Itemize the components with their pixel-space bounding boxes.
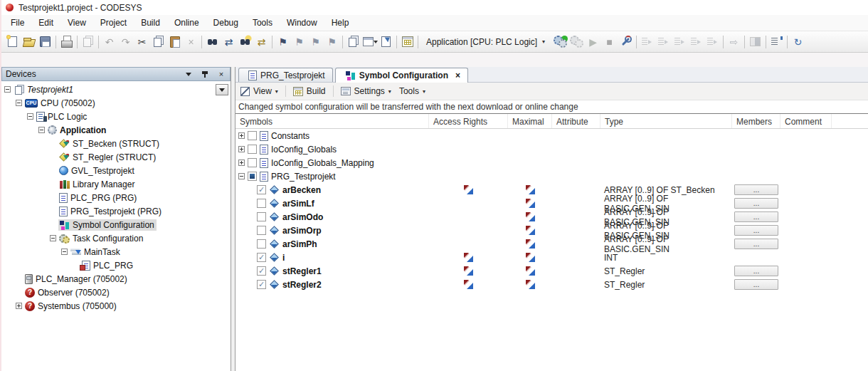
panel-close-button[interactable]: × <box>216 69 226 79</box>
members-button[interactable]: ... <box>734 211 778 222</box>
tree-item-observer-705002-[interactable]: ?Observer (705002) <box>1 286 231 299</box>
tree-item-maintask[interactable]: MainTask <box>1 245 231 258</box>
tree-item-plc-logic[interactable]: PLC Logic <box>1 110 231 123</box>
tree-expander[interactable] <box>61 249 68 255</box>
previous-bookmark-icon[interactable]: ⚑ <box>291 33 307 50</box>
build-icon[interactable] <box>399 33 416 50</box>
copy-object-icon[interactable] <box>80 33 96 50</box>
menu-file[interactable]: File <box>4 16 31 30</box>
members-button[interactable]: ... <box>734 184 778 195</box>
symbol-checkbox[interactable]: ✓ <box>257 185 266 194</box>
symbol-checkbox[interactable] <box>248 131 257 140</box>
tree-item-gvl-testprojekt[interactable]: GVL_Testprojekt <box>1 164 231 177</box>
clear-bookmarks-icon[interactable]: ⚑ <box>324 33 340 50</box>
column-header-members[interactable]: Members <box>732 114 780 128</box>
replace-in-project-icon[interactable]: ⇄ <box>253 33 270 50</box>
column-header-type[interactable]: Type <box>600 114 732 128</box>
new-file-icon[interactable] <box>4 33 21 50</box>
login-icon[interactable] <box>552 33 568 50</box>
set-next-statement-icon[interactable] <box>704 33 721 50</box>
menu-online[interactable]: Online <box>167 16 206 30</box>
symbol-checkbox[interactable] <box>248 158 257 167</box>
tree-item-plc-prg[interactable]: PLC_PRG <box>1 258 231 272</box>
step-into-icon[interactable] <box>655 33 672 50</box>
symbol-checkbox[interactable] <box>248 145 257 154</box>
column-header-symbols[interactable]: Symbols <box>235 114 429 128</box>
tree-item-systembus-705000-[interactable]: ?Systembus (705000) <box>1 299 231 313</box>
symbol-checkbox[interactable] <box>257 212 266 221</box>
find-icon[interactable] <box>204 33 221 50</box>
tree-item-symbol-configuration[interactable]: Symbol Configuration <box>1 218 231 231</box>
panel-splitter[interactable] <box>231 67 235 371</box>
build-button[interactable]: Build <box>307 86 326 96</box>
symbol-checkbox[interactable] <box>257 199 266 208</box>
panel-pin-button[interactable] <box>200 69 210 79</box>
tab-symbol-configuration[interactable]: Symbol Configuration× <box>335 68 468 83</box>
tree-expander[interactable] <box>4 86 11 93</box>
tree-expander[interactable] <box>16 100 22 106</box>
tree-item-plc-prg-prg-[interactable]: PLC_PRG (PRG) <box>1 191 231 204</box>
cut-icon[interactable]: ✂ <box>134 33 150 50</box>
flow-control-icon[interactable] <box>747 33 763 50</box>
row-expander[interactable] <box>238 146 245 152</box>
menu-window[interactable]: Window <box>280 16 324 30</box>
single-cycle-icon[interactable] <box>768 33 785 50</box>
column-header-maximal[interactable]: Maximal <box>508 114 552 128</box>
menu-view[interactable]: View <box>60 16 93 30</box>
tab-prg-testprojekt[interactable]: PRG_Testprojekt <box>238 68 333 82</box>
members-button[interactable]: ... <box>734 279 778 290</box>
tree-expander[interactable] <box>16 303 22 309</box>
symbol-checkbox[interactable]: ✓ <box>257 253 266 262</box>
members-button[interactable]: ... <box>734 239 778 249</box>
tree-item-plc-manager-705002-[interactable]: PLC_Manager (705002) <box>1 272 231 286</box>
row-expander[interactable] <box>238 132 245 139</box>
members-button[interactable]: ... <box>734 266 778 276</box>
breakpoints-icon[interactable] <box>618 33 634 50</box>
step-out-icon[interactable] <box>672 33 688 50</box>
logout-icon[interactable] <box>568 33 585 50</box>
show-next-statement-icon[interactable]: ⇨ <box>726 33 742 50</box>
new-object-icon[interactable] <box>378 33 394 50</box>
toggle-bookmark-icon[interactable]: ⚑ <box>275 33 291 50</box>
tree-item-application[interactable]: Application <box>1 123 231 137</box>
tree-expander[interactable] <box>38 127 45 133</box>
tree-item-task-configuration[interactable]: Task Configuration <box>1 231 231 245</box>
replace-icon[interactable]: ⇄ <box>221 33 237 50</box>
members-button[interactable]: ... <box>734 198 778 209</box>
row-expander[interactable] <box>238 160 245 166</box>
menu-project[interactable]: Project <box>93 16 134 30</box>
column-header-comment[interactable]: Comment <box>780 114 832 128</box>
next-bookmark-icon[interactable]: ⚑ <box>307 33 324 50</box>
symbol-checkbox[interactable] <box>257 226 266 235</box>
refresh-icon[interactable]: ↻ <box>790 33 806 50</box>
settings-menu-button[interactable]: Settings <box>354 86 385 96</box>
redo-icon[interactable]: ↷ <box>117 33 134 50</box>
menu-help[interactable]: Help <box>324 16 356 30</box>
tree-item-st-becken-struct-[interactable]: ST_Becken (STRUCT) <box>1 137 231 150</box>
active-application-dropdown[interactable]: Application [CPU: PLC Logic]▾ <box>422 36 551 48</box>
tree-item-cpu-705002-[interactable]: CPUCPU (705002) <box>1 96 231 110</box>
tree-item-st-regler-struct-[interactable]: ST_Regler (STRUCT) <box>1 150 231 164</box>
delete-icon[interactable]: × <box>183 33 199 50</box>
menu-debug[interactable]: Debug <box>206 16 245 30</box>
tree-expander[interactable] <box>27 113 33 120</box>
start-icon[interactable]: ▶ <box>585 33 601 50</box>
tree-item-library-manager[interactable]: Library Manager <box>1 177 231 191</box>
copy-icon[interactable] <box>150 33 166 50</box>
open-project-icon[interactable] <box>21 33 37 50</box>
members-button[interactable]: ... <box>734 225 778 236</box>
tree-item-testprojekt1[interactable]: Testprojekt1 <box>1 83 231 96</box>
edit-object-offline-icon[interactable] <box>361 33 378 50</box>
menu-edit[interactable]: Edit <box>31 16 60 30</box>
view-menu-button[interactable]: View <box>253 86 272 96</box>
symbol-checkbox[interactable]: ✓ <box>257 280 266 289</box>
symbol-checkbox[interactable]: ✓ <box>257 266 266 276</box>
tree-item-prg-testprojekt-prg-[interactable]: PRG_Testprojekt (PRG) <box>1 204 231 218</box>
root-device-dropdown[interactable] <box>216 84 228 95</box>
panel-menu-button[interactable] <box>184 69 194 79</box>
edit-object-icon[interactable] <box>345 33 361 50</box>
save-icon[interactable] <box>37 33 53 50</box>
tree-expander[interactable] <box>50 235 56 241</box>
symbol-checkbox[interactable] <box>248 172 257 181</box>
undo-icon[interactable]: ↶ <box>101 33 117 50</box>
